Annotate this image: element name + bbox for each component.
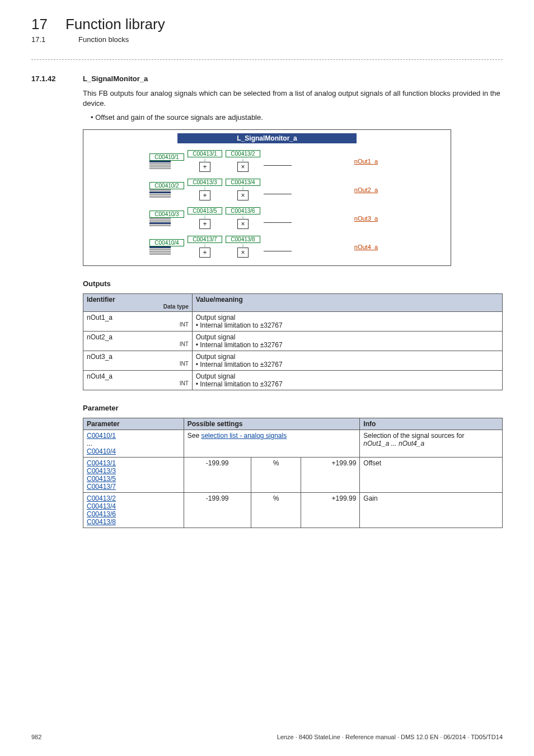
subchapter-title: Function blocks xyxy=(78,35,129,44)
table-row: C00413/2 C00413/4 C00413/6 C00413/8 -199… xyxy=(83,493,503,528)
page-number: 982 xyxy=(31,734,41,740)
param-col-possible: Possible settings xyxy=(184,418,360,430)
selector-bars-icon xyxy=(149,161,171,169)
footer-text: Lenze · 8400 StateLine · Reference manua… xyxy=(277,734,503,740)
table-row: nOut2_aINT Output signal• Internal limit… xyxy=(83,332,503,351)
output-id: nOut1_a xyxy=(87,314,189,321)
table-row: nOut4_aINT Output signal• Internal limit… xyxy=(83,371,503,390)
diagram-row: C00410/4 C00413/7 ↓+ C00413/8 ↓× nOut4_a xyxy=(149,236,385,258)
param-link[interactable]: C00413/2 xyxy=(87,494,180,502)
param-link[interactable]: C00413/7 xyxy=(87,483,180,491)
output-datatype: INT xyxy=(87,341,189,347)
param-link[interactable]: C00413/8 xyxy=(87,518,180,526)
outputs-col-identifier: Identifier xyxy=(87,296,189,304)
range-lo: -199.99 xyxy=(184,458,251,493)
range-hi: +199.99 xyxy=(301,493,360,528)
table-row: C00410/1 ... C00410/4 See selection list… xyxy=(83,430,503,458)
parameter-table: Parameter Possible settings Info C00410/… xyxy=(83,418,503,528)
code-tag: C00410/3 xyxy=(149,211,184,218)
selector-bars-icon xyxy=(149,218,171,226)
section-title: L_SignalMonitor_a xyxy=(83,74,148,83)
outputs-heading: Outputs xyxy=(83,279,503,288)
section-lead-text: This FB outputs four analog signals whic… xyxy=(83,88,503,109)
output-desc-line1: Output signal xyxy=(196,333,499,341)
gain-icon: × xyxy=(237,219,249,229)
output-desc-line2: • Internal limitation to ±32767 xyxy=(196,321,499,329)
see-text: See xyxy=(188,432,202,440)
param-col-info: Info xyxy=(360,418,503,430)
section-bullet: Offset and gain of the source signals ar… xyxy=(91,113,503,122)
param-ellipsis: ... xyxy=(87,440,180,447)
output-datatype: INT xyxy=(87,380,189,386)
offset-icon: + xyxy=(199,190,210,200)
param-col-parameter: Parameter xyxy=(83,418,184,430)
output-id: nOut2_a xyxy=(87,333,189,341)
param-link[interactable]: C00413/5 xyxy=(87,475,180,483)
outputs-col-datatype: Data type xyxy=(87,304,189,310)
output-id: nOut3_a xyxy=(87,353,189,361)
range-hi: +199.99 xyxy=(301,458,360,493)
table-row: nOut3_aINT Output signal• Internal limit… xyxy=(83,351,503,371)
selector-bars-icon xyxy=(149,189,171,198)
output-id: nOut4_a xyxy=(87,372,189,380)
param-info-line1: Selection of the signal sources for xyxy=(363,432,499,440)
output-desc-line2: • Internal limitation to ±32767 xyxy=(196,380,499,388)
block-diagram: L_SignalMonitor_a C00410/1 C00413/1 ↓+ C… xyxy=(83,129,451,266)
chapter-title: Function library xyxy=(65,16,165,33)
parameter-heading: Parameter xyxy=(83,404,503,412)
param-link[interactable]: C00413/3 xyxy=(87,467,180,475)
diagram-output-label: nOut1_a xyxy=(354,158,385,165)
output-desc-line1: Output signal xyxy=(196,353,499,361)
subchapter-number: 17.1 xyxy=(31,35,60,44)
range-unit: % xyxy=(251,493,301,528)
chapter-number: 17 xyxy=(31,16,48,33)
outputs-col-value: Value/meaning xyxy=(192,294,502,312)
param-link[interactable]: C00413/4 xyxy=(87,502,180,510)
offset-icon: + xyxy=(199,162,210,172)
param-info: Offset xyxy=(360,458,503,493)
selector-bars-icon xyxy=(149,246,171,255)
section-number: 17.1.42 xyxy=(31,74,68,83)
range-unit: % xyxy=(251,458,301,493)
offset-icon: + xyxy=(199,248,210,258)
table-row: C00413/1 C00413/3 C00413/5 C00413/7 -199… xyxy=(83,458,503,493)
code-tag: C00410/4 xyxy=(149,239,184,246)
table-row: nOut1_aINT Output signal• Internal limit… xyxy=(83,312,503,332)
diagram-row: C00410/2 C00413/3 ↓+ C00413/4 ↓× nOut2_a xyxy=(149,179,385,200)
diagram-output-label: nOut4_a xyxy=(354,244,385,250)
diagram-output-label: nOut3_a xyxy=(354,215,385,222)
selection-list-link[interactable]: selection list - analog signals xyxy=(201,432,287,440)
param-link[interactable]: C00413/6 xyxy=(87,510,180,518)
output-desc-line2: • Internal limitation to ±32767 xyxy=(196,361,499,368)
param-link[interactable]: C00410/1 xyxy=(87,432,180,440)
output-desc-line1: Output signal xyxy=(196,372,499,380)
outputs-table: Identifier Data type Value/meaning nOut1… xyxy=(83,293,503,390)
diagram-output-label: nOut2_a xyxy=(354,186,385,193)
param-link[interactable]: C00413/1 xyxy=(87,459,180,467)
param-link[interactable]: C00410/4 xyxy=(87,447,180,455)
gain-icon: × xyxy=(237,248,249,258)
separator xyxy=(31,59,503,60)
offset-icon: + xyxy=(199,219,210,229)
param-info: Gain xyxy=(360,493,503,528)
code-tag: C00410/2 xyxy=(149,182,184,189)
gain-icon: × xyxy=(237,190,249,200)
output-datatype: INT xyxy=(87,361,189,367)
output-desc-line2: • Internal limitation to ±32767 xyxy=(196,341,499,349)
param-info-line2: nOut1_a ... nOut4_a xyxy=(363,440,499,447)
gain-icon: × xyxy=(237,162,249,172)
output-datatype: INT xyxy=(87,321,189,328)
output-desc-line1: Output signal xyxy=(196,314,499,321)
diagram-row: C00410/3 C00413/5 ↓+ C00413/6 ↓× nOut3_a xyxy=(149,207,385,229)
diagram-row: C00410/1 C00413/1 ↓+ C00413/2 ↓× nOut1_a xyxy=(149,150,385,172)
range-lo: -199.99 xyxy=(184,493,251,528)
code-tag: C00410/1 xyxy=(149,153,184,161)
diagram-title: L_SignalMonitor_a xyxy=(177,133,357,143)
